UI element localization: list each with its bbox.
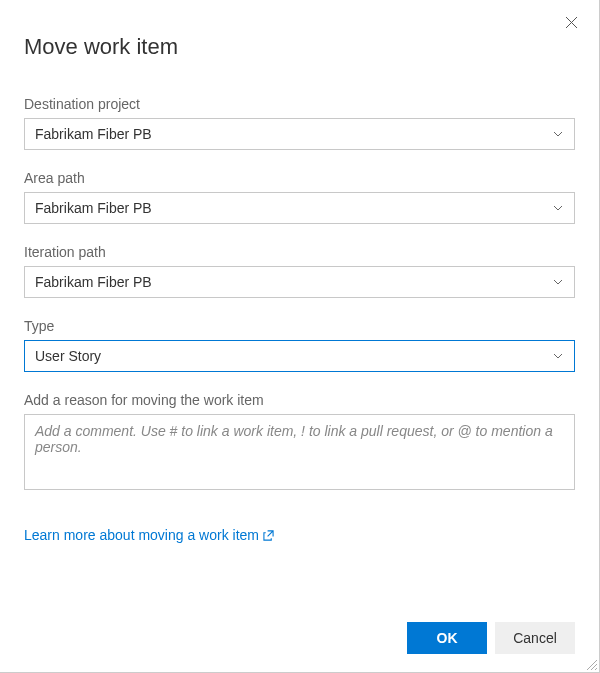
chevron-down-icon <box>552 202 564 214</box>
type-field: Type User Story <box>24 318 575 372</box>
dialog-title: Move work item <box>24 34 575 60</box>
close-icon <box>565 16 578 29</box>
area-path-label: Area path <box>24 170 575 186</box>
cancel-button[interactable]: Cancel <box>495 622 575 654</box>
resize-grip-icon[interactable] <box>585 658 597 670</box>
destination-project-field: Destination project Fabrikam Fiber PB <box>24 96 575 150</box>
chevron-down-icon <box>552 276 564 288</box>
iteration-path-label: Iteration path <box>24 244 575 260</box>
destination-project-value: Fabrikam Fiber PB <box>35 126 552 142</box>
close-button[interactable] <box>559 10 583 34</box>
destination-project-select[interactable]: Fabrikam Fiber PB <box>24 118 575 150</box>
iteration-path-select[interactable]: Fabrikam Fiber PB <box>24 266 575 298</box>
area-path-field: Area path Fabrikam Fiber PB <box>24 170 575 224</box>
learn-more-link[interactable]: Learn more about moving a work item <box>24 527 575 543</box>
type-select[interactable]: User Story <box>24 340 575 372</box>
move-work-item-dialog: Move work item Destination project Fabri… <box>0 0 599 672</box>
external-link-icon <box>263 530 274 541</box>
iteration-path-field: Iteration path Fabrikam Fiber PB <box>24 244 575 298</box>
svg-line-4 <box>595 668 597 670</box>
learn-more-text: Learn more about moving a work item <box>24 527 259 543</box>
type-label: Type <box>24 318 575 334</box>
reason-field: Add a reason for moving the work item <box>24 392 575 493</box>
type-value: User Story <box>35 348 552 364</box>
ok-button[interactable]: OK <box>407 622 487 654</box>
chevron-down-icon <box>552 350 564 362</box>
reason-label: Add a reason for moving the work item <box>24 392 575 408</box>
area-path-select[interactable]: Fabrikam Fiber PB <box>24 192 575 224</box>
reason-textarea[interactable] <box>24 414 575 490</box>
dialog-button-row: OK Cancel <box>24 622 575 654</box>
iteration-path-value: Fabrikam Fiber PB <box>35 274 552 290</box>
area-path-value: Fabrikam Fiber PB <box>35 200 552 216</box>
chevron-down-icon <box>552 128 564 140</box>
destination-project-label: Destination project <box>24 96 575 112</box>
